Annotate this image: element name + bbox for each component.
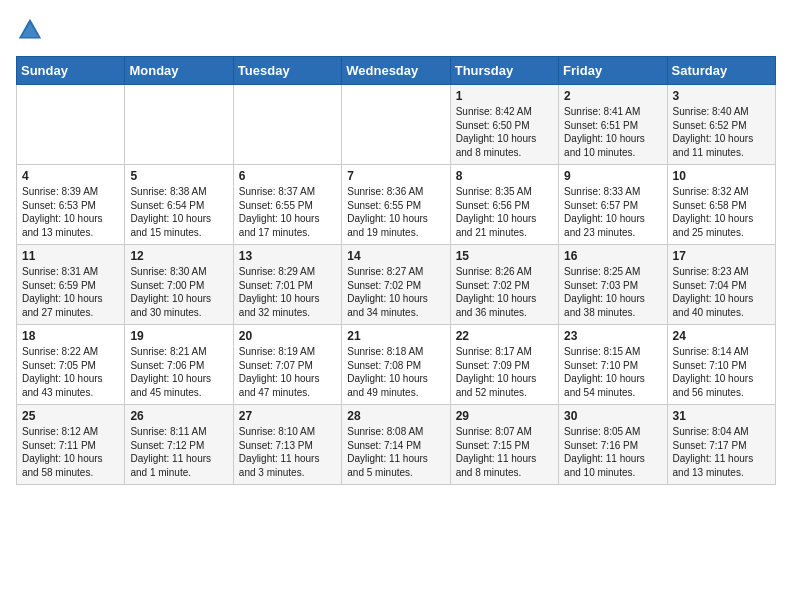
day-number: 6 (239, 169, 336, 183)
day-number: 12 (130, 249, 227, 263)
day-number: 9 (564, 169, 661, 183)
calendar-cell: 28Sunrise: 8:08 AM Sunset: 7:14 PM Dayli… (342, 405, 450, 485)
calendar-cell: 6Sunrise: 8:37 AM Sunset: 6:55 PM Daylig… (233, 165, 341, 245)
cell-content: Sunrise: 8:05 AM Sunset: 7:16 PM Dayligh… (564, 425, 661, 479)
day-number: 4 (22, 169, 119, 183)
calendar-table: SundayMondayTuesdayWednesdayThursdayFrid… (16, 56, 776, 485)
cell-content: Sunrise: 8:22 AM Sunset: 7:05 PM Dayligh… (22, 345, 119, 399)
calendar-week-2: 4Sunrise: 8:39 AM Sunset: 6:53 PM Daylig… (17, 165, 776, 245)
day-number: 13 (239, 249, 336, 263)
cell-content: Sunrise: 8:31 AM Sunset: 6:59 PM Dayligh… (22, 265, 119, 319)
calendar-body: 1Sunrise: 8:42 AM Sunset: 6:50 PM Daylig… (17, 85, 776, 485)
calendar-cell: 29Sunrise: 8:07 AM Sunset: 7:15 PM Dayli… (450, 405, 558, 485)
cell-content: Sunrise: 8:35 AM Sunset: 6:56 PM Dayligh… (456, 185, 553, 239)
calendar-cell: 17Sunrise: 8:23 AM Sunset: 7:04 PM Dayli… (667, 245, 775, 325)
cell-content: Sunrise: 8:40 AM Sunset: 6:52 PM Dayligh… (673, 105, 770, 159)
cell-content: Sunrise: 8:37 AM Sunset: 6:55 PM Dayligh… (239, 185, 336, 239)
day-number: 15 (456, 249, 553, 263)
calendar-cell: 9Sunrise: 8:33 AM Sunset: 6:57 PM Daylig… (559, 165, 667, 245)
day-number: 25 (22, 409, 119, 423)
calendar-week-3: 11Sunrise: 8:31 AM Sunset: 6:59 PM Dayli… (17, 245, 776, 325)
weekday-header-row: SundayMondayTuesdayWednesdayThursdayFrid… (17, 57, 776, 85)
cell-content: Sunrise: 8:17 AM Sunset: 7:09 PM Dayligh… (456, 345, 553, 399)
calendar-cell: 24Sunrise: 8:14 AM Sunset: 7:10 PM Dayli… (667, 325, 775, 405)
calendar-cell: 18Sunrise: 8:22 AM Sunset: 7:05 PM Dayli… (17, 325, 125, 405)
cell-content: Sunrise: 8:21 AM Sunset: 7:06 PM Dayligh… (130, 345, 227, 399)
day-number: 11 (22, 249, 119, 263)
calendar-cell: 21Sunrise: 8:18 AM Sunset: 7:08 PM Dayli… (342, 325, 450, 405)
calendar-cell: 5Sunrise: 8:38 AM Sunset: 6:54 PM Daylig… (125, 165, 233, 245)
calendar-cell: 20Sunrise: 8:19 AM Sunset: 7:07 PM Dayli… (233, 325, 341, 405)
weekday-header-friday: Friday (559, 57, 667, 85)
day-number: 3 (673, 89, 770, 103)
cell-content: Sunrise: 8:38 AM Sunset: 6:54 PM Dayligh… (130, 185, 227, 239)
calendar-cell: 10Sunrise: 8:32 AM Sunset: 6:58 PM Dayli… (667, 165, 775, 245)
cell-content: Sunrise: 8:29 AM Sunset: 7:01 PM Dayligh… (239, 265, 336, 319)
calendar-cell: 25Sunrise: 8:12 AM Sunset: 7:11 PM Dayli… (17, 405, 125, 485)
calendar-cell: 11Sunrise: 8:31 AM Sunset: 6:59 PM Dayli… (17, 245, 125, 325)
day-number: 18 (22, 329, 119, 343)
calendar-cell: 23Sunrise: 8:15 AM Sunset: 7:10 PM Dayli… (559, 325, 667, 405)
day-number: 24 (673, 329, 770, 343)
calendar-cell: 15Sunrise: 8:26 AM Sunset: 7:02 PM Dayli… (450, 245, 558, 325)
calendar-cell: 3Sunrise: 8:40 AM Sunset: 6:52 PM Daylig… (667, 85, 775, 165)
calendar-cell: 27Sunrise: 8:10 AM Sunset: 7:13 PM Dayli… (233, 405, 341, 485)
cell-content: Sunrise: 8:10 AM Sunset: 7:13 PM Dayligh… (239, 425, 336, 479)
cell-content: Sunrise: 8:25 AM Sunset: 7:03 PM Dayligh… (564, 265, 661, 319)
day-number: 28 (347, 409, 444, 423)
day-number: 17 (673, 249, 770, 263)
cell-content: Sunrise: 8:26 AM Sunset: 7:02 PM Dayligh… (456, 265, 553, 319)
weekday-header-sunday: Sunday (17, 57, 125, 85)
day-number: 30 (564, 409, 661, 423)
cell-content: Sunrise: 8:19 AM Sunset: 7:07 PM Dayligh… (239, 345, 336, 399)
day-number: 31 (673, 409, 770, 423)
day-number: 1 (456, 89, 553, 103)
calendar-cell: 12Sunrise: 8:30 AM Sunset: 7:00 PM Dayli… (125, 245, 233, 325)
weekday-header-saturday: Saturday (667, 57, 775, 85)
calendar-cell: 2Sunrise: 8:41 AM Sunset: 6:51 PM Daylig… (559, 85, 667, 165)
calendar-cell (17, 85, 125, 165)
cell-content: Sunrise: 8:18 AM Sunset: 7:08 PM Dayligh… (347, 345, 444, 399)
calendar-cell: 22Sunrise: 8:17 AM Sunset: 7:09 PM Dayli… (450, 325, 558, 405)
calendar-week-5: 25Sunrise: 8:12 AM Sunset: 7:11 PM Dayli… (17, 405, 776, 485)
calendar-cell (342, 85, 450, 165)
weekday-header-wednesday: Wednesday (342, 57, 450, 85)
calendar-cell: 26Sunrise: 8:11 AM Sunset: 7:12 PM Dayli… (125, 405, 233, 485)
day-number: 16 (564, 249, 661, 263)
day-number: 21 (347, 329, 444, 343)
day-number: 29 (456, 409, 553, 423)
cell-content: Sunrise: 8:08 AM Sunset: 7:14 PM Dayligh… (347, 425, 444, 479)
cell-content: Sunrise: 8:39 AM Sunset: 6:53 PM Dayligh… (22, 185, 119, 239)
day-number: 26 (130, 409, 227, 423)
day-number: 23 (564, 329, 661, 343)
weekday-header-thursday: Thursday (450, 57, 558, 85)
day-number: 19 (130, 329, 227, 343)
cell-content: Sunrise: 8:12 AM Sunset: 7:11 PM Dayligh… (22, 425, 119, 479)
day-number: 14 (347, 249, 444, 263)
day-number: 7 (347, 169, 444, 183)
calendar-cell (233, 85, 341, 165)
cell-content: Sunrise: 8:23 AM Sunset: 7:04 PM Dayligh… (673, 265, 770, 319)
day-number: 8 (456, 169, 553, 183)
calendar-cell: 1Sunrise: 8:42 AM Sunset: 6:50 PM Daylig… (450, 85, 558, 165)
calendar-cell: 14Sunrise: 8:27 AM Sunset: 7:02 PM Dayli… (342, 245, 450, 325)
cell-content: Sunrise: 8:41 AM Sunset: 6:51 PM Dayligh… (564, 105, 661, 159)
day-number: 22 (456, 329, 553, 343)
cell-content: Sunrise: 8:07 AM Sunset: 7:15 PM Dayligh… (456, 425, 553, 479)
cell-content: Sunrise: 8:32 AM Sunset: 6:58 PM Dayligh… (673, 185, 770, 239)
calendar-cell: 7Sunrise: 8:36 AM Sunset: 6:55 PM Daylig… (342, 165, 450, 245)
cell-content: Sunrise: 8:36 AM Sunset: 6:55 PM Dayligh… (347, 185, 444, 239)
calendar-cell: 8Sunrise: 8:35 AM Sunset: 6:56 PM Daylig… (450, 165, 558, 245)
weekday-header-tuesday: Tuesday (233, 57, 341, 85)
cell-content: Sunrise: 8:33 AM Sunset: 6:57 PM Dayligh… (564, 185, 661, 239)
cell-content: Sunrise: 8:04 AM Sunset: 7:17 PM Dayligh… (673, 425, 770, 479)
day-number: 10 (673, 169, 770, 183)
cell-content: Sunrise: 8:11 AM Sunset: 7:12 PM Dayligh… (130, 425, 227, 479)
calendar-cell: 31Sunrise: 8:04 AM Sunset: 7:17 PM Dayli… (667, 405, 775, 485)
weekday-header-monday: Monday (125, 57, 233, 85)
cell-content: Sunrise: 8:30 AM Sunset: 7:00 PM Dayligh… (130, 265, 227, 319)
calendar-cell: 16Sunrise: 8:25 AM Sunset: 7:03 PM Dayli… (559, 245, 667, 325)
day-number: 2 (564, 89, 661, 103)
calendar-week-4: 18Sunrise: 8:22 AM Sunset: 7:05 PM Dayli… (17, 325, 776, 405)
calendar-cell: 19Sunrise: 8:21 AM Sunset: 7:06 PM Dayli… (125, 325, 233, 405)
